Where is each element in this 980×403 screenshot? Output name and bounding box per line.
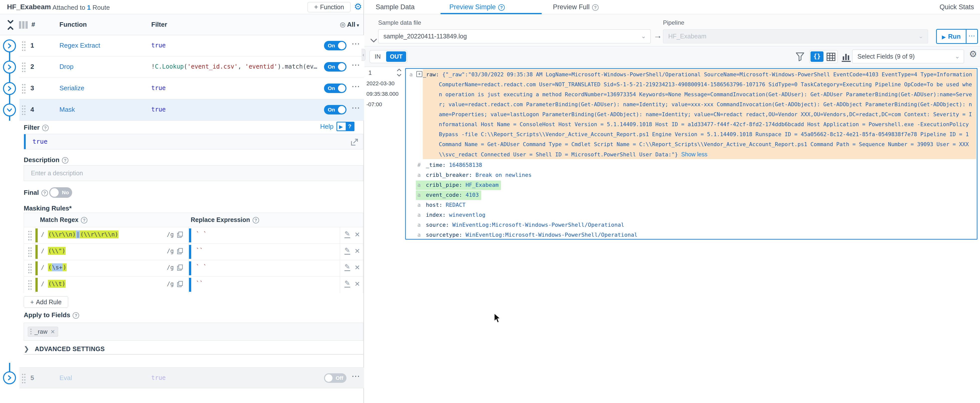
panel-collapse-handle[interactable]: ‹ — [361, 49, 366, 61]
replace-expression-cell[interactable]: `` — [189, 276, 340, 293]
function-visibility-filter[interactable]: ◎All▾ — [340, 21, 359, 29]
rule-drag-handle-icon[interactable] — [28, 263, 32, 274]
match-regex-cell[interactable]: / (\\t)/g — [35, 276, 189, 293]
function-name-link[interactable]: Regex Extract — [59, 42, 100, 49]
function-flow-node-1[interactable] — [3, 40, 16, 52]
help-link[interactable]: Help — [320, 123, 334, 130]
drag-handle-icon[interactable] — [21, 373, 25, 384]
collapse-controls-icon[interactable] — [370, 38, 377, 44]
event-card[interactable]: a + _raw: {"_raw":"03/30/2022 09:35:38 A… — [405, 68, 977, 240]
expand-field-icon[interactable]: + — [416, 71, 422, 77]
select-fields-dropdown[interactable]: Select Fields (9 of 9) ⌄ — [852, 50, 964, 63]
tab-preview-full[interactable]: Preview Full? — [553, 3, 598, 11]
edit-rule-icon[interactable]: ✎ — [344, 263, 350, 271]
columns-icon[interactable] — [19, 21, 28, 29]
function-flow-node-4[interactable] — [3, 103, 16, 116]
edit-rule-icon[interactable]: ✎ — [344, 231, 350, 238]
in-tab[interactable]: IN — [370, 50, 386, 63]
rule-drag-handle-icon[interactable] — [28, 230, 32, 241]
drag-handle-icon[interactable] — [21, 62, 25, 72]
delete-rule-icon[interactable]: ✕ — [355, 280, 360, 288]
final-toggle[interactable]: No — [49, 187, 72, 198]
tab-preview-simple[interactable]: Preview Simple? — [449, 3, 505, 11]
quick-stats-link[interactable]: Quick Stats — [940, 3, 974, 11]
advanced-settings-toggle[interactable]: ❯ADVANCED SETTINGS — [24, 345, 105, 353]
edit-rule-icon[interactable]: ✎ — [344, 247, 350, 255]
rule-drag-handle-icon[interactable] — [28, 279, 32, 290]
copy-regex-icon[interactable] — [177, 281, 183, 289]
copy-regex-icon[interactable] — [177, 231, 183, 239]
remove-tag-icon[interactable]: ✕ — [51, 329, 55, 335]
edit-rule-icon[interactable]: ✎ — [344, 280, 350, 287]
run-button[interactable]: ▶Run — [937, 30, 966, 43]
replace-expression-cell[interactable]: ` ` — [189, 227, 340, 243]
replace-expression-cell[interactable]: ` ` — [189, 260, 340, 276]
match-regex-help-icon[interactable]: ? — [81, 217, 88, 224]
preview-full-help-icon[interactable]: ? — [592, 4, 598, 11]
table-view-button[interactable] — [826, 52, 835, 62]
add-function-button[interactable]: +Function — [307, 2, 350, 12]
function-toggle[interactable]: On — [324, 105, 347, 114]
function-menu-icon[interactable]: ⋯ — [352, 60, 360, 70]
replace-expression-help-icon[interactable]: ? — [253, 217, 259, 224]
function-row-serialize[interactable]: 3SerializetrueOn⋯ — [19, 78, 364, 99]
drag-handle-icon[interactable] — [21, 41, 25, 51]
copy-regex-icon[interactable] — [177, 264, 183, 272]
function-name-link[interactable]: Serialize — [59, 84, 84, 92]
show-less-link[interactable]: Show less — [681, 151, 707, 158]
function-name-link[interactable]: Mask — [59, 106, 75, 113]
add-rule-button[interactable]: +Add Rule — [24, 296, 68, 308]
function-toggle[interactable]: On — [324, 62, 347, 71]
preview-simple-help-icon[interactable]: ? — [498, 4, 505, 11]
rule-drag-handle-icon[interactable] — [28, 247, 32, 257]
tab-sample-data[interactable]: Sample Data — [375, 3, 415, 11]
field-tag-raw[interactable]: _raw✕ — [28, 327, 58, 337]
description-input[interactable]: Enter a description — [24, 165, 363, 181]
function-menu-icon[interactable]: ⋯ — [352, 39, 360, 49]
match-regex-cell[interactable]: / (\\r\\n)|(\\r\\r\\n)/g — [35, 227, 189, 243]
description-help-icon[interactable]: ? — [62, 157, 68, 163]
function-toggle[interactable]: On — [324, 84, 347, 93]
drag-handle-icon[interactable] — [21, 83, 25, 94]
function-row-drop[interactable]: 2Drop!C.Lookup('event_id.csv', 'eventid'… — [19, 56, 364, 78]
out-tab[interactable]: OUT — [386, 51, 406, 62]
function-toggle[interactable]: On — [324, 41, 347, 50]
replace-expression-cell[interactable]: `` — [189, 244, 340, 260]
delete-rule-icon[interactable]: ✕ — [355, 247, 360, 255]
function-flow-node-3[interactable] — [3, 82, 16, 95]
function-flow-node-2[interactable] — [3, 60, 16, 74]
match-regex-cell[interactable]: / (\s+)/g — [35, 260, 189, 276]
sample-file-select[interactable]: sample_20220411-113849.log ⌄ — [378, 29, 651, 43]
json-view-button[interactable]: {} — [810, 51, 824, 62]
apply-to-fields-help-icon[interactable]: ? — [73, 312, 79, 319]
delete-rule-icon[interactable]: ✕ — [355, 263, 360, 271]
copy-regex-icon[interactable] — [177, 248, 183, 255]
run-options-button[interactable]: ⋯ — [966, 30, 977, 43]
function-menu-icon[interactable]: ⋯ — [352, 103, 360, 113]
function-flow-node-5[interactable] — [3, 371, 16, 384]
filter-funnel-icon[interactable] — [794, 51, 806, 63]
pipeline-settings-gear-icon[interactable]: ⚙ — [354, 2, 362, 12]
help-docs-icon[interactable]: ▶? — [336, 122, 355, 131]
function-menu-icon[interactable]: ⋯ — [352, 81, 360, 91]
preview-settings-gear-icon[interactable]: ⚙ — [969, 49, 977, 59]
function-toggle[interactable]: Off — [324, 373, 347, 383]
function-row-mask[interactable]: 4MasktrueOn⋯ — [19, 99, 364, 121]
collapse-all-icon[interactable] — [7, 19, 14, 32]
function-name-link[interactable]: Drop — [59, 63, 73, 71]
tag-drag-handle-icon[interactable] — [30, 328, 32, 335]
function-menu-icon[interactable]: ⋯ — [352, 371, 360, 381]
event-sort-arrows[interactable] — [396, 68, 402, 79]
apply-to-fields-input[interactable]: _raw✕ — [24, 323, 363, 341]
match-regex-cell[interactable]: / (\\")/g — [35, 244, 189, 260]
filter-help-icon[interactable]: ? — [42, 125, 49, 131]
chart-icon[interactable] — [841, 51, 852, 63]
delete-rule-icon[interactable]: ✕ — [355, 231, 360, 239]
open-expression-editor-icon[interactable] — [350, 138, 359, 147]
filter-expression-input[interactable]: true — [24, 134, 363, 149]
final-help-icon[interactable]: ? — [41, 190, 48, 196]
function-row-regex-extract[interactable]: 1Regex ExtracttrueOn⋯ — [19, 35, 364, 56]
function-row-eval[interactable]: 5EvaltrueOff⋯ — [19, 367, 364, 388]
function-name-link[interactable]: Eval — [59, 374, 72, 382]
drag-handle-icon[interactable] — [21, 105, 25, 115]
